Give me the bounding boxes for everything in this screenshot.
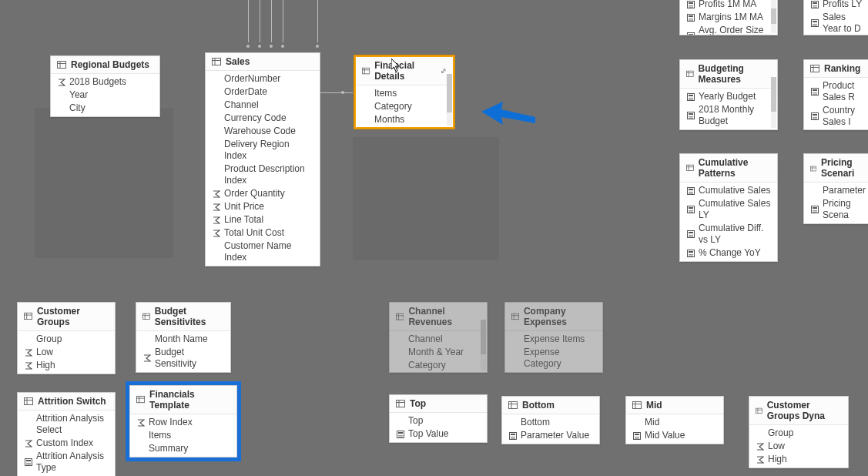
field-row[interactable]: Attrition Analysis Select (18, 412, 115, 437)
table-customer-groups-dyna[interactable]: Customer Groups Dyna GroupLowHigh (749, 396, 849, 468)
table-header[interactable]: Channel Revenues (390, 303, 487, 331)
field-row[interactable]: Product Description Index (206, 163, 320, 187)
table-partial-measures-1[interactable]: Profits 1M MAMargins 1M MAAvg. Order Siz… (679, 0, 778, 35)
table-partial-measures-2[interactable]: Profits LYSales Year to DSales Year to D (803, 0, 868, 35)
field-row[interactable]: Currency Code (206, 112, 320, 125)
field-row[interactable]: Month & Year (390, 346, 487, 359)
field-row[interactable]: City (51, 102, 159, 115)
field-row[interactable]: Regional Sales (804, 129, 868, 130)
field-row[interactable]: High (749, 453, 848, 466)
field-row[interactable]: Custom Index (18, 437, 115, 450)
table-header[interactable]: Budgeting Measures (680, 60, 777, 89)
field-row[interactable]: High (18, 359, 115, 372)
field-row[interactable]: Months (356, 113, 453, 126)
field-row[interactable]: Top (390, 414, 487, 427)
table-financial-details[interactable]: Financial Details ⤢ ItemsCategoryMonthsV… (354, 55, 454, 129)
table-header[interactable]: Attrition Switch (18, 393, 115, 411)
table-ranking[interactable]: Ranking Product Sales RCountry Sales IRe… (803, 59, 868, 130)
table-channel-revenues[interactable]: Channel Revenues ChannelMonth & YearCate… (389, 302, 488, 373)
field-row[interactable]: Line Total (206, 213, 320, 226)
field-row[interactable]: % Change YoY (680, 246, 777, 260)
field-row[interactable]: Budget Sensitivity (136, 346, 230, 370)
table-header[interactable]: Financial Details ⤢ (356, 57, 453, 85)
model-canvas[interactable]: Regional Budgets 2018 BudgetsYearCity Sa… (0, 0, 868, 476)
table-header[interactable]: Customer Groups (18, 303, 115, 331)
table-header[interactable]: Financials Template (130, 386, 236, 414)
field-row[interactable]: OrderDate (206, 85, 320, 99)
table-customer-groups[interactable]: Customer Groups GroupLowHigh (17, 302, 116, 374)
field-row[interactable]: Cumulative Diff. vs LY (680, 222, 777, 246)
table-top[interactable]: Top TopTop Value (389, 394, 488, 443)
field-row[interactable]: Bottom (502, 416, 599, 429)
scrollbar-thumb[interactable] (771, 8, 776, 24)
scrollbar-thumb[interactable] (481, 320, 486, 354)
table-financials-template[interactable]: Financials Template Row IndexItemsSummar… (129, 385, 237, 458)
table-header[interactable]: Cumulative Patterns (680, 154, 777, 183)
expand-icon[interactable]: ⤢ (441, 67, 447, 75)
field-row[interactable]: Items (356, 87, 453, 100)
field-row[interactable]: Unit Price (206, 200, 320, 213)
table-header[interactable]: Regional Budgets (51, 56, 159, 74)
table-pricing-scenarios[interactable]: Pricing Scenari ParameterPricing Scena (803, 153, 868, 224)
table-header[interactable]: Mid (626, 397, 723, 414)
field-row[interactable]: Items (130, 429, 236, 442)
table-bottom[interactable]: Bottom BottomParameter Value (501, 396, 600, 444)
field-row[interactable]: First Date (390, 372, 487, 373)
table-cumulative-patterns[interactable]: Cumulative Patterns Cumulative SalesCumu… (679, 153, 778, 262)
field-row[interactable]: Group (749, 427, 848, 440)
field-row[interactable]: Parameter Value (502, 429, 599, 442)
field-row[interactable]: Country Sales I (804, 104, 868, 129)
field-row[interactable]: Customer Name Index (206, 240, 320, 264)
field-row[interactable]: Order Quantity (206, 187, 320, 200)
table-header[interactable]: Company Expenses (505, 303, 602, 331)
field-row[interactable]: Value (356, 126, 453, 129)
field-row[interactable]: 2018 Monthly Budget (680, 103, 777, 128)
table-header[interactable]: Ranking (804, 60, 868, 78)
table-header[interactable]: Budget Sensitivites (136, 303, 230, 331)
field-row[interactable]: OrderNumber (206, 72, 320, 85)
table-budget-sensitivities[interactable]: Budget Sensitivites Month NameBudget Sen… (136, 302, 231, 373)
field-row[interactable]: Top Value (390, 427, 487, 441)
field-row[interactable]: Parameter (804, 184, 868, 197)
field-row[interactable]: Low (18, 346, 115, 359)
field-row[interactable]: Yearly Budget (680, 90, 777, 103)
field-row[interactable]: Summary (130, 442, 236, 455)
scrollbar-thumb[interactable] (771, 77, 776, 112)
field-row[interactable]: Category (390, 359, 487, 372)
field-row[interactable]: Product Sales R (804, 79, 868, 104)
field-row[interactable]: Delivery Region Index (206, 138, 320, 163)
field-row[interactable]: Mid (626, 416, 723, 429)
table-budgeting-measures[interactable]: Budgeting Measures Yearly Budget2018 Mon… (679, 59, 778, 130)
field-row[interactable]: Profits LY (804, 0, 868, 11)
field-row[interactable]: Margins 1M MA (680, 11, 777, 24)
field-row[interactable]: Cumulative Sales LY (680, 197, 777, 222)
table-header[interactable]: Bottom (502, 397, 599, 414)
table-header[interactable]: Pricing Scenari (804, 154, 868, 183)
field-row[interactable]: Month Name (136, 333, 230, 346)
field-row[interactable]: Group (18, 333, 115, 346)
table-header[interactable]: Customer Groups Dyna (749, 397, 848, 425)
field-row[interactable]: Expense Month (505, 370, 602, 373)
field-row[interactable]: Row Index (130, 416, 236, 429)
field-row[interactable]: Avg. Order Size 1M MA (680, 24, 777, 35)
field-row[interactable]: Channel (206, 99, 320, 112)
table-company-expenses[interactable]: Company Expenses Expense ItemsExpense Ca… (504, 302, 603, 373)
table-sales[interactable]: Sales OrderNumberOrderDateChannelCurrenc… (205, 52, 320, 266)
field-row[interactable]: Mid Value (626, 429, 723, 442)
field-row[interactable]: 2018 Budgets (51, 75, 159, 89)
field-row[interactable]: Profits 1M MA (680, 0, 777, 11)
table-regional-budgets[interactable]: Regional Budgets 2018 BudgetsYearCity (50, 55, 160, 117)
table-header[interactable]: Top (390, 395, 487, 413)
field-row[interactable]: 2018 Daily Budgets (680, 128, 777, 130)
field-row[interactable]: Year (51, 89, 159, 102)
field-row[interactable]: Category (356, 100, 453, 113)
field-row[interactable]: Cumulative Sales (680, 184, 777, 197)
table-mid[interactable]: Mid MidMid Value (625, 396, 724, 444)
table-header[interactable]: Sales (206, 53, 320, 71)
field-row[interactable]: Pricing Scena (804, 197, 868, 222)
table-attrition-switch[interactable]: Attrition Switch Attrition Analysis Sele… (17, 392, 116, 476)
field-row[interactable]: Sales Year to D (804, 11, 868, 35)
field-row[interactable]: Attrition Analysis Type (18, 450, 115, 474)
scrollbar-thumb[interactable] (447, 74, 452, 112)
field-row[interactable]: Channel (390, 333, 487, 346)
